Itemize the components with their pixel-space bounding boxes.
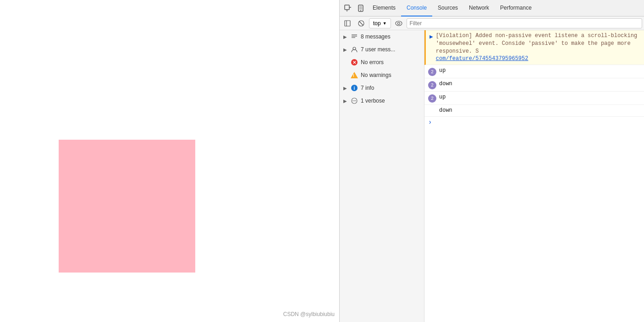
log-entry-up2: 2 up <box>424 92 644 105</box>
sidebar-toggle-btn[interactable] <box>341 18 353 29</box>
verbose-icon <box>351 97 358 104</box>
messages-icon <box>351 33 358 40</box>
chevron-right-icon: ▶ <box>343 98 348 104</box>
devtools-toolbar: top ▼ <box>340 16 644 30</box>
inspect-icon <box>344 5 352 12</box>
sidebar-item-user-messages[interactable]: ▶ 7 user mess... <box>340 43 424 56</box>
user-messages-label: 7 user mess... <box>361 46 395 53</box>
badge-up1: 2 <box>428 68 436 76</box>
device-icon-btn[interactable] <box>354 2 367 15</box>
log-text-up2: up <box>439 93 640 101</box>
console-sidebar: ▶ 8 messages ▶ <box>340 30 424 322</box>
sidebar-item-errors[interactable]: ✕ No errors <box>340 56 424 69</box>
svg-line-9 <box>359 22 363 25</box>
tab-console[interactable]: Console <box>401 0 432 16</box>
svg-rect-4 <box>359 6 362 10</box>
sidebar-item-warnings[interactable]: No warnings <box>340 69 424 82</box>
tab-network[interactable]: Network <box>463 0 495 16</box>
device-icon <box>357 5 364 12</box>
eye-icon <box>395 21 402 26</box>
info-label: 7 info <box>361 85 374 91</box>
user-icon <box>351 46 358 53</box>
chevron-right-icon: ▶ <box>343 34 348 39</box>
clear-icon <box>358 20 364 27</box>
log-text-down2: down <box>439 107 640 115</box>
log-text-down1: down <box>439 80 640 88</box>
error-icon: ✕ <box>351 59 358 66</box>
svg-point-5 <box>360 10 361 11</box>
sidebar-item-messages[interactable]: ▶ 8 messages <box>340 30 424 43</box>
violation-link[interactable]: com/feature/5745543795965952 <box>436 55 528 62</box>
warnings-label: No warnings <box>361 72 391 78</box>
badge-down1: 2 <box>428 81 436 89</box>
svg-point-17 <box>352 100 353 101</box>
inspect-icon-btn[interactable] <box>341 2 354 15</box>
chevron-right-icon: ▶ <box>343 47 348 52</box>
eye-icon-btn[interactable] <box>393 18 405 29</box>
svg-point-18 <box>354 100 355 101</box>
clear-btn[interactable] <box>355 18 367 29</box>
tab-sources[interactable]: Sources <box>432 0 463 16</box>
info-icon: i <box>351 84 358 92</box>
filter-input[interactable] <box>407 18 642 28</box>
violation-text: [Violation] Added non-passive event list… <box>436 32 640 63</box>
sidebar-icon <box>344 20 351 27</box>
context-selector[interactable]: top ▼ <box>369 18 391 28</box>
log-entry-up1: 2 up <box>424 65 644 78</box>
log-text-up1: up <box>439 67 640 75</box>
console-prompt[interactable]: › <box>424 117 644 128</box>
console-log[interactable]: ▶ [Violation] Added non-passive event li… <box>424 30 644 322</box>
svg-rect-6 <box>345 21 350 26</box>
errors-label: No errors <box>361 59 384 65</box>
badge-up2: 2 <box>428 94 436 103</box>
watermark: CSDN @sylbiubiubiu <box>283 311 335 317</box>
prompt-chevron-icon: › <box>428 119 432 126</box>
sidebar-item-info[interactable]: ▶ i 7 info <box>340 82 424 94</box>
devtools-tabs: Elements Console Sources Network Perform… <box>340 0 644 16</box>
page-area: CSDN @sylbiubiubiu <box>0 0 339 322</box>
messages-label: 8 messages <box>361 33 391 40</box>
devtools-panel: Elements Console Sources Network Perform… <box>339 0 644 322</box>
log-entry-down1: 2 down <box>424 78 644 92</box>
chevron-down-icon: ▼ <box>383 21 387 26</box>
pink-box <box>59 140 195 273</box>
sidebar-item-verbose[interactable]: ▶ 1 verbose <box>340 94 424 107</box>
svg-point-10 <box>396 21 402 26</box>
violation-entry: ▶ [Violation] Added non-passive event li… <box>424 30 644 65</box>
tab-elements[interactable]: Elements <box>367 0 401 16</box>
entry-chevron-icon[interactable]: ▶ <box>429 33 433 40</box>
warning-icon <box>351 71 358 79</box>
log-entry-down2: down <box>424 105 644 117</box>
tab-performance[interactable]: Performance <box>495 0 537 16</box>
svg-point-19 <box>355 100 356 101</box>
devtools-body: ▶ 8 messages ▶ <box>340 30 644 322</box>
verbose-label: 1 verbose <box>361 98 385 104</box>
svg-point-11 <box>397 22 400 24</box>
chevron-right-icon: ▶ <box>343 86 348 91</box>
svg-rect-0 <box>345 5 349 10</box>
